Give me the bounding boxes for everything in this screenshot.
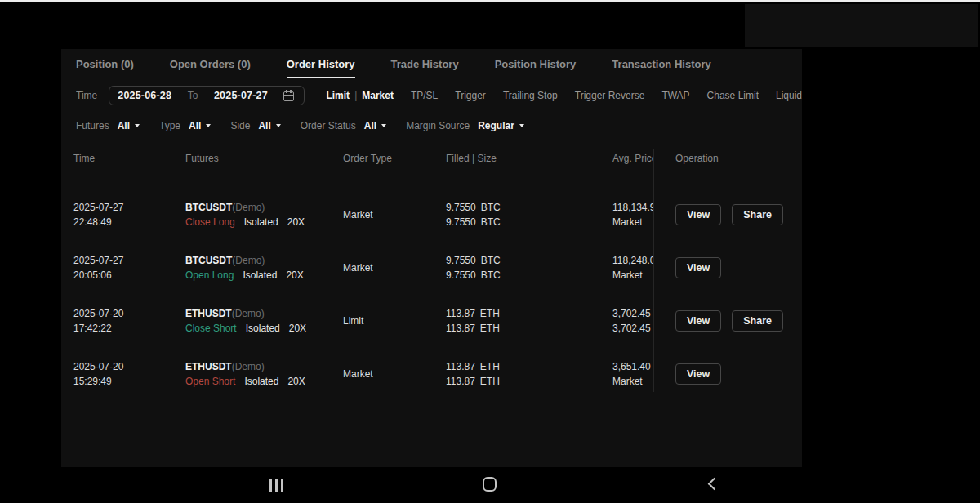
- table-row: 2025-07-2722:48:49 BTCUSDT(Demo) Close L…: [61, 188, 802, 241]
- margin-mode: Isolated: [244, 374, 278, 389]
- margin-source-filter-dropdown[interactable]: Margin Source Regular: [406, 120, 524, 131]
- margin-source-filter-label: Margin Source: [406, 120, 470, 131]
- futures-filter-value[interactable]: All: [118, 120, 130, 131]
- table-header: Time Futures Order Type Filled | Size Av…: [61, 151, 802, 166]
- chip-limit-market[interactable]: Limit | Market: [326, 90, 393, 101]
- table-row: 2025-07-2015:29:49 ETHUSDT(Demo) Open Sh…: [61, 347, 802, 400]
- home-icon[interactable]: [483, 477, 497, 492]
- order-time: 2025-07-2015:29:49: [74, 359, 185, 389]
- margin-source-filter-value[interactable]: Regular: [478, 120, 514, 131]
- futures-filter-label: Futures: [76, 120, 109, 131]
- futures-filter-dropdown[interactable]: Futures All: [76, 120, 140, 131]
- order-history-panel: Position (0) Open Orders (0) Order Histo…: [61, 49, 802, 467]
- tab-open-orders[interactable]: Open Orders (0): [170, 49, 251, 78]
- order-side: Close Short: [185, 321, 237, 336]
- demo-tag: (Demo): [232, 361, 265, 372]
- order-time: 2025-07-2722:48:49: [74, 200, 185, 229]
- chevron-down-icon: [381, 124, 386, 127]
- col-header-futures: Futures: [185, 153, 343, 164]
- date-from[interactable]: 2025-06-28: [118, 90, 172, 101]
- col-header-operation: Operation: [653, 153, 802, 164]
- order-time: 2025-07-2017:42:22: [74, 306, 185, 336]
- order-side: Close Long: [185, 215, 235, 229]
- date-to-label: To: [188, 90, 198, 101]
- operation-cell: View: [653, 363, 802, 385]
- chip-limit-label[interactable]: Limit: [326, 90, 350, 101]
- filled-size: 9.7550BTC 9.7550BTC: [446, 253, 612, 283]
- symbol: BTCUSDT: [185, 202, 232, 213]
- view-button[interactable]: View: [675, 257, 721, 278]
- date-range-picker[interactable]: 2025-06-28 To 2025-07-27: [109, 86, 305, 105]
- view-button[interactable]: View: [675, 310, 721, 332]
- demo-tag: (Demo): [232, 255, 265, 266]
- order-status-filter-dropdown[interactable]: Order Status All: [301, 120, 386, 131]
- calendar-icon[interactable]: [283, 90, 296, 102]
- view-button[interactable]: View: [675, 363, 721, 385]
- filled-size: 9.7550BTC 9.7550BTC: [446, 200, 612, 229]
- view-button[interactable]: View: [675, 204, 721, 225]
- demo-tag: (Demo): [232, 202, 265, 213]
- history-tabs: Position (0) Open Orders (0) Order Histo…: [61, 49, 802, 78]
- operation-cell: View Share: [653, 204, 802, 225]
- order-rows: 2025-07-2722:48:49 BTCUSDT(Demo) Close L…: [61, 188, 802, 400]
- chip-trailing-stop[interactable]: Trailing Stop: [503, 90, 558, 101]
- side-filter-dropdown[interactable]: Side All: [230, 120, 280, 131]
- share-button[interactable]: Share: [732, 204, 783, 225]
- col-header-filled-size: Filled | Size: [446, 153, 612, 164]
- leverage: 20X: [287, 374, 305, 389]
- chip-market-label[interactable]: Market: [362, 90, 394, 101]
- chip-tpsl[interactable]: TP/SL: [411, 90, 438, 101]
- leverage: 20X: [289, 321, 306, 336]
- chevron-down-icon: [519, 124, 524, 127]
- tab-position-history[interactable]: Position History: [495, 49, 577, 78]
- order-status-filter-value[interactable]: All: [364, 120, 376, 131]
- filled-size: 113.87ETH 113.87ETH: [446, 359, 612, 389]
- share-button[interactable]: Share: [732, 310, 783, 332]
- order-type: Limit: [343, 314, 446, 328]
- avg-price: 118,134.9Market: [612, 200, 653, 229]
- tab-transaction-history[interactable]: Transaction History: [612, 49, 710, 78]
- chevron-down-icon: [206, 124, 211, 127]
- order-futures: ETHUSDT(Demo) Close Short Isolated 20X: [185, 306, 343, 336]
- topright-window-remnant: [745, 4, 978, 47]
- avg-price: 3,702.453,702.45: [612, 306, 653, 336]
- col-header-order-type: Order Type: [343, 153, 446, 164]
- order-status-filter-label: Order Status: [301, 120, 356, 131]
- tab-order-history[interactable]: Order History: [287, 49, 355, 78]
- back-icon[interactable]: [708, 478, 721, 491]
- order-futures: BTCUSDT(Demo) Close Long Isolated 20X: [185, 200, 343, 229]
- chip-trigger-reverse[interactable]: Trigger Reverse: [575, 90, 645, 101]
- tab-trade-history[interactable]: Trade History: [391, 49, 459, 78]
- avg-price: 118,248.0Market: [612, 253, 653, 283]
- order-side: Open Short: [185, 374, 235, 389]
- order-side: Open Long: [185, 268, 234, 283]
- chip-separator: |: [354, 90, 357, 101]
- filter-row-dropdowns: Futures All Type All Side All Order Stat…: [76, 116, 524, 136]
- side-filter-label: Side: [230, 120, 250, 131]
- margin-mode: Isolated: [244, 215, 278, 229]
- time-filter-label: Time: [76, 90, 97, 101]
- side-filter-value[interactable]: All: [258, 120, 270, 131]
- recents-icon[interactable]: [270, 479, 283, 492]
- col-header-avg-price: Avg. Price: [612, 153, 653, 164]
- chip-chase-limit[interactable]: Chase Limit: [707, 90, 759, 101]
- order-type: Market: [343, 260, 446, 275]
- tab-position[interactable]: Position (0): [76, 49, 134, 78]
- chip-liquidation[interactable]: Liquid: [776, 90, 802, 101]
- symbol: ETHUSDT: [185, 308, 232, 319]
- chevron-down-icon: [135, 124, 140, 127]
- order-time: 2025-07-2720:05:06: [74, 253, 185, 283]
- chip-twap[interactable]: TWAP: [662, 90, 689, 101]
- symbol: BTCUSDT: [185, 255, 232, 266]
- order-type: Market: [343, 207, 446, 222]
- type-filter-value[interactable]: All: [189, 120, 201, 131]
- type-filter-label: Type: [159, 120, 180, 131]
- type-filter-dropdown[interactable]: Type All: [159, 120, 211, 131]
- date-to[interactable]: 2025-07-27: [214, 90, 268, 101]
- margin-mode: Isolated: [243, 268, 277, 283]
- chip-trigger[interactable]: Trigger: [455, 90, 486, 101]
- order-futures: ETHUSDT(Demo) Open Short Isolated 20X: [185, 359, 343, 389]
- filter-row-time: Time 2025-06-28 To 2025-07-27 Limit | Ma…: [76, 85, 802, 106]
- order-type-chips: Limit | Market TP/SL Trigger Trailing St…: [326, 90, 802, 101]
- filled-size: 113.87ETH 113.87ETH: [446, 306, 612, 336]
